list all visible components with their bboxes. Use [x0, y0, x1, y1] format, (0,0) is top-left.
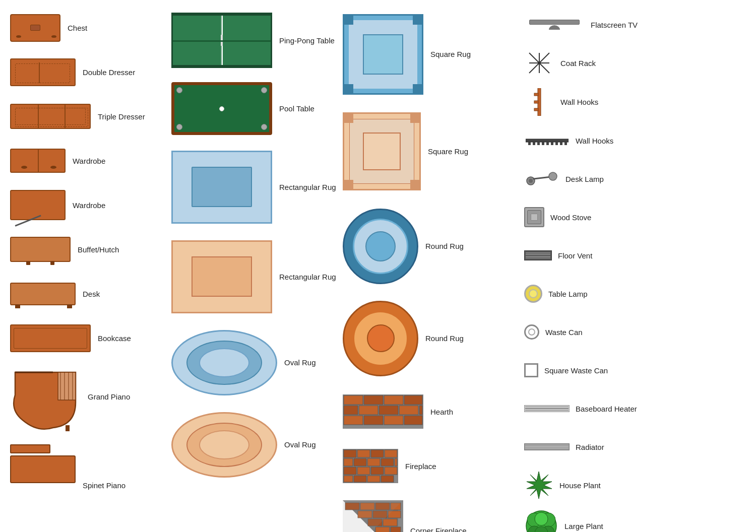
item-label: Flatscreen TV — [591, 21, 638, 29]
item-label: Desk Lamp — [565, 175, 604, 183]
svg-rect-71 — [533, 142, 535, 145]
list-item: Corner Fireplace — [343, 498, 514, 532]
list-item: Double Dresser — [10, 54, 161, 90]
baseboard-heater-icon — [524, 405, 570, 412]
svg-point-82 — [549, 172, 557, 180]
list-item: House Plant — [524, 471, 685, 500]
list-item: Ping-Pong Table — [171, 10, 333, 71]
list-item: Round Rug — [343, 297, 514, 380]
double-dresser-icon — [10, 58, 76, 86]
svg-rect-36 — [354, 476, 366, 482]
list-item: Wardrobe — [10, 143, 161, 178]
square-rug-blue-icon — [343, 14, 423, 95]
svg-marker-83 — [527, 472, 552, 499]
chest-icon — [10, 14, 60, 42]
svg-rect-67 — [534, 101, 538, 103]
flatscreen-tv-icon — [524, 20, 585, 30]
svg-rect-17 — [344, 416, 363, 425]
list-item: Radiator — [524, 432, 685, 461]
svg-rect-76 — [555, 142, 558, 145]
item-label: Oval Rug — [284, 440, 316, 449]
svg-rect-68 — [534, 108, 538, 111]
ping-pong-icon — [171, 13, 272, 68]
fireplace-svg — [343, 449, 398, 483]
svg-point-64 — [538, 61, 541, 64]
svg-rect-20 — [404, 416, 422, 425]
item-label: Double Dresser — [83, 68, 135, 77]
item-label: Round Rug — [425, 242, 464, 250]
svg-rect-18 — [364, 416, 383, 425]
triple-dresser-icon — [10, 104, 91, 129]
svg-rect-51 — [391, 527, 401, 532]
svg-rect-77 — [560, 142, 562, 145]
list-item: Desk — [10, 276, 161, 311]
item-label: Floor Vent — [558, 251, 592, 260]
svg-point-89 — [535, 512, 548, 525]
svg-rect-25 — [385, 450, 397, 457]
large-plant-svg — [524, 509, 558, 532]
list-item: Square Waste Can — [524, 356, 685, 385]
list-item: Baseboard Heater — [524, 394, 685, 423]
item-label: Fireplace — [405, 462, 436, 471]
svg-rect-31 — [344, 467, 356, 475]
list-item: Waste Can — [524, 317, 685, 347]
svg-rect-15 — [399, 406, 418, 415]
svg-rect-30 — [395, 458, 397, 466]
item-label: Radiator — [576, 443, 604, 451]
item-label: Wardrobe — [73, 157, 105, 165]
item-label: Grand Piano — [88, 392, 130, 401]
item-label: Wood Stove — [550, 213, 591, 222]
bookcase-icon — [10, 324, 91, 352]
grand-piano-icon — [10, 367, 81, 433]
svg-rect-32 — [357, 467, 370, 475]
svg-rect-13 — [359, 406, 378, 415]
list-item: Rectangular Rug — [171, 147, 333, 227]
svg-rect-24 — [371, 450, 384, 457]
col-tables-rugs: Ping-Pong Table Pool Table Rectangul — [166, 10, 338, 532]
svg-rect-73 — [542, 142, 544, 145]
item-label: Square Rug — [430, 50, 471, 58]
list-item: Table Lamp — [524, 279, 685, 308]
list-item: Rectangular Rug — [171, 236, 333, 317]
wardrobe2-icon — [10, 190, 66, 220]
list-item: Flatscreen TV — [524, 10, 685, 39]
round-rug-blue-icon — [343, 209, 418, 284]
item-label: Rectangular Rug — [279, 273, 336, 281]
item-label: Triple Dresser — [98, 112, 145, 121]
item-label: Pool Table — [279, 104, 314, 113]
list-item: Oval Rug — [171, 326, 333, 399]
buffet-icon — [10, 237, 71, 262]
item-label: Wardrobe — [73, 201, 105, 210]
svg-rect-35 — [344, 476, 353, 482]
wall-hooks2-icon — [524, 133, 570, 148]
wall-hooks1-icon — [524, 87, 554, 117]
svg-rect-12 — [344, 406, 358, 415]
svg-rect-69 — [526, 139, 569, 142]
grand-piano-svg — [10, 367, 81, 433]
col-rugs-fireplace: Square Rug Square Rug — [338, 10, 519, 532]
item-label: Wall Hooks — [576, 137, 613, 145]
large-plant-icon — [524, 509, 558, 532]
svg-rect-9 — [364, 395, 383, 405]
svg-rect-66 — [534, 93, 538, 96]
item-label: Buffet/Hutch — [78, 245, 119, 254]
item-label: Oval Rug — [284, 358, 316, 367]
square-rug-peach-icon — [343, 112, 421, 190]
item-label: Spinet Piano — [83, 481, 125, 490]
rect-rug-blue-icon — [171, 151, 272, 224]
svg-rect-78 — [564, 142, 567, 145]
desk-lamp-icon — [524, 171, 559, 186]
svg-rect-70 — [528, 142, 531, 145]
oval-rug-peach-icon — [171, 412, 277, 478]
item-label: Hearth — [430, 408, 453, 416]
svg-rect-50 — [375, 527, 390, 532]
coat-rack-icon — [524, 49, 554, 77]
svg-rect-26 — [344, 458, 353, 466]
item-label: Bookcase — [98, 334, 131, 343]
wardrobe1-icon — [10, 149, 66, 173]
waste-can-icon — [524, 324, 539, 340]
list-item: Bookcase — [10, 320, 161, 356]
item-label: Square Rug — [428, 147, 468, 156]
list-item: Square Rug — [343, 10, 514, 98]
radiator-icon — [524, 443, 570, 450]
